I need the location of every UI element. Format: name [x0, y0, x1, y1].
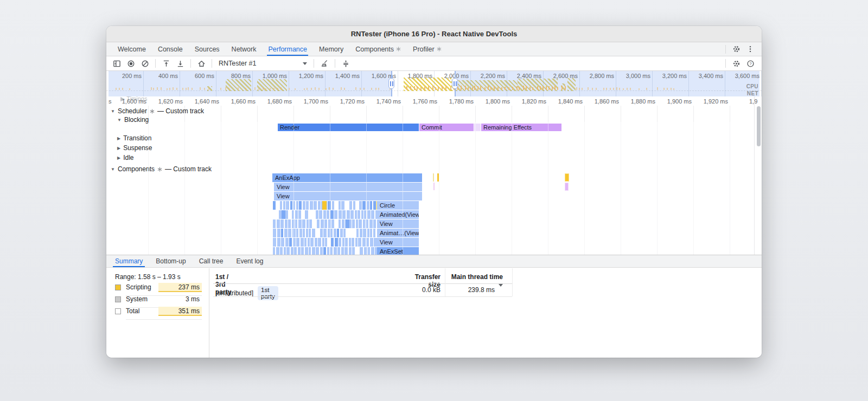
component-mini-bar[interactable]: [309, 247, 311, 255]
component-mini-bar[interactable]: [273, 247, 275, 255]
component-mini-bar[interactable]: [362, 201, 366, 210]
component-mini-bar[interactable]: [337, 247, 340, 255]
component-mini-bar[interactable]: [352, 238, 354, 247]
component-mini-bar[interactable]: [359, 219, 362, 228]
component-mini-bar[interactable]: [325, 238, 327, 247]
component-mini-bar[interactable]: [368, 247, 370, 255]
component-mini-bar[interactable]: [309, 219, 312, 228]
component-mini-bar[interactable]: [339, 219, 341, 228]
component-mini-bar[interactable]: [312, 247, 315, 255]
component-mini-bar[interactable]: [342, 210, 346, 219]
component-mini-bar[interactable]: [310, 201, 313, 210]
component-mini-bar[interactable]: [349, 219, 352, 228]
component-mini-bar[interactable]: [299, 229, 302, 237]
component-mini-bar[interactable]: [335, 238, 338, 247]
capture-settings-icon[interactable]: [729, 57, 743, 69]
component-mini-bar[interactable]: [305, 247, 308, 255]
component-mini-bar[interactable]: [363, 219, 365, 228]
component-mini-bar[interactable]: [355, 210, 357, 219]
component-mini-bar[interactable]: [310, 238, 314, 247]
component-mini-bar[interactable]: [330, 229, 333, 237]
component-mini-bar[interactable]: [312, 229, 315, 237]
component-mini-bar[interactable]: [350, 210, 354, 219]
component-mini-bar[interactable]: [349, 247, 352, 255]
component-mini-bar[interactable]: [344, 247, 348, 255]
component-mini-bar[interactable]: [347, 210, 350, 219]
component-mini-bar[interactable]: [342, 219, 344, 228]
component-mini-bar[interactable]: [320, 247, 323, 255]
component-mini-bar[interactable]: [273, 229, 276, 237]
component-mini-bar[interactable]: [339, 238, 341, 247]
component-mini-bar[interactable]: [288, 229, 291, 237]
component-mini-bar[interactable]: [337, 229, 339, 237]
component-mini-bar[interactable]: [316, 210, 318, 219]
component-mini-bar[interactable]: [306, 201, 309, 210]
panel-tab-summary[interactable]: Summary: [108, 255, 149, 267]
component-mini-bar[interactable]: [356, 219, 358, 228]
component-mini-bar[interactable]: [308, 238, 310, 247]
component-mini-bar[interactable]: [321, 219, 324, 228]
tab-network[interactable]: Network: [226, 42, 263, 56]
component-mini-bar[interactable]: [290, 201, 292, 210]
component-mini-bar[interactable]: [324, 219, 327, 228]
component-mini-bar[interactable]: [367, 201, 369, 210]
component-mini-bar[interactable]: [309, 229, 311, 237]
component-mini-bar[interactable]: [314, 201, 317, 210]
component-mini-bar[interactable]: [303, 201, 305, 210]
component-mini-bar[interactable]: [341, 201, 344, 210]
component-mini-bar[interactable]: [360, 229, 362, 237]
component-mini-bar[interactable]: [373, 201, 376, 210]
component-mini-bar[interactable]: [295, 210, 298, 219]
kebab-menu-icon[interactable]: [743, 43, 757, 55]
component-mini-bar[interactable]: [323, 210, 326, 219]
component-bar[interactable]: Animat…(View): [377, 229, 419, 237]
component-mini-bar[interactable]: [318, 238, 321, 247]
component-mini-bar[interactable]: [334, 229, 336, 237]
component-mini-bar[interactable]: [327, 210, 329, 219]
panel-tab-bottom-up[interactable]: Bottom-up: [149, 255, 192, 267]
panel-tab-event-log[interactable]: Event log: [229, 255, 270, 267]
component-mini-bar[interactable]: [276, 247, 279, 255]
component-mini-bar[interactable]: [280, 247, 283, 255]
component-mini-bar[interactable]: [331, 238, 334, 247]
component-mini-bar[interactable]: [345, 238, 348, 247]
component-bar[interactable]: View: [274, 183, 422, 191]
component-mini-bar[interactable]: [307, 219, 309, 228]
component-mini-bar[interactable]: [370, 201, 372, 210]
component-mini-bar[interactable]: [355, 238, 358, 247]
component-mini-bar[interactable]: [371, 247, 374, 255]
component-mini-bar[interactable]: [367, 229, 369, 237]
tab-profiler[interactable]: Profiler: [407, 42, 448, 56]
component-mini-bar[interactable]: [349, 238, 351, 247]
component-mini-bar[interactable]: [360, 247, 363, 255]
component-mini-bar[interactable]: [330, 210, 334, 219]
flame-bar-commit[interactable]: Commit: [419, 124, 474, 131]
component-mini-bar[interactable]: [286, 247, 290, 255]
component-mini-bar[interactable]: [277, 238, 280, 247]
component-mini-bar[interactable]: [322, 238, 324, 247]
component-mini-bar[interactable]: [289, 238, 292, 247]
component-mini-bar[interactable]: [285, 238, 289, 247]
component-mini-bar[interactable]: [373, 229, 375, 237]
component-mini-bar[interactable]: [273, 219, 276, 228]
flame-bar-remaining-effects[interactable]: Remaining Effects: [481, 124, 561, 131]
component-mini-bar[interactable]: [358, 238, 361, 247]
flame-bar-render[interactable]: Render: [278, 124, 419, 131]
component-mini-bar[interactable]: [301, 238, 304, 247]
component-mini-bar[interactable]: [340, 229, 343, 237]
component-mini-bar[interactable]: [334, 247, 337, 255]
table-row[interactable]: [unattributed] 1st party: [215, 286, 278, 300]
component-mini-bar[interactable]: [284, 247, 286, 255]
component-mini-bar[interactable]: [327, 247, 329, 255]
component-mini-bar[interactable]: [341, 247, 344, 255]
component-mini-bar[interactable]: [352, 219, 355, 228]
component-mini-bar[interactable]: [328, 229, 330, 237]
component-mini-bar[interactable]: [322, 201, 327, 210]
component-mini-bar[interactable]: [332, 201, 334, 210]
component-bar[interactable]: Circle: [377, 201, 419, 210]
component-mini-bar[interactable]: [356, 229, 359, 237]
component-mini-bar[interactable]: [346, 219, 349, 228]
component-mini-bar[interactable]: [305, 210, 308, 219]
component-mini-bar[interactable]: [291, 247, 293, 255]
settings-icon[interactable]: [729, 43, 743, 55]
